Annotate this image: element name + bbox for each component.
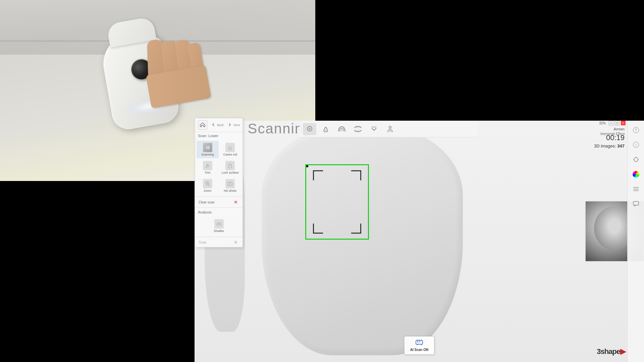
toolbar-btn-tooth1[interactable] [303, 123, 316, 135]
svg-rect-2 [419, 342, 420, 342]
divider-2 [195, 207, 243, 208]
layers-icon [633, 187, 639, 191]
images-count-text: 3D images: 347 [594, 143, 625, 148]
toolbar-btn-person[interactable] [383, 123, 397, 135]
svg-line-27 [209, 185, 210, 186]
color-wheel-icon [633, 171, 639, 178]
tools-footer: Tools ✕ [195, 238, 243, 247]
hd-photo-icon [225, 179, 235, 188]
scanning-label: Scanning [201, 153, 214, 156]
scan-view: AI Scan ON 3shape▶ [195, 121, 644, 362]
svg-rect-1 [417, 342, 418, 342]
toolbar-btn-arch[interactable] [335, 123, 348, 135]
left-panel-header: Back Next [195, 118, 243, 132]
tools-grid: Scanning Caries Aid Trim [195, 139, 243, 196]
toolbar-btn-bite[interactable] [351, 123, 365, 135]
right-panel-btn-layers[interactable] [630, 183, 642, 195]
next-button[interactable] [225, 120, 234, 130]
chat-icon [633, 201, 639, 206]
divider-1 [195, 196, 243, 197]
lock-icon [225, 161, 235, 170]
tool-scanning[interactable]: Scanning [197, 141, 219, 158]
svg-rect-25 [228, 165, 232, 168]
svg-point-31 [229, 183, 231, 185]
tool-zoom[interactable]: Zoom [197, 177, 219, 194]
tool-shades[interactable]: Shades [197, 217, 241, 235]
corner-tr [351, 170, 361, 180]
window-controls: 32% − □ × [599, 121, 626, 125]
svg-point-9 [309, 128, 311, 130]
close-tools-button[interactable]: ✕ [232, 239, 239, 246]
svg-point-33 [218, 224, 220, 225]
clear-scan-row: Clear scan ✕ [195, 197, 243, 207]
next-label: Next [233, 123, 240, 127]
logo-text: 3shape [597, 347, 620, 356]
corner-bl [313, 224, 323, 234]
ai-scan-icon [416, 339, 423, 347]
scan-title: Scan: Lower [195, 132, 243, 139]
3shape-logo: 3shape▶ [597, 347, 626, 356]
zoom-icon [203, 179, 212, 188]
divider-3 [195, 237, 243, 237]
svg-point-11 [389, 126, 391, 128]
toolbar-btn-down[interactable] [367, 123, 381, 135]
analysis-title: Analysis [195, 208, 243, 216]
shades-icon [214, 219, 224, 229]
svg-rect-32 [229, 182, 230, 182]
stats-panel: 00:19 3D images: 347 [594, 133, 625, 148]
timer: 00:19 [594, 133, 625, 142]
scan-rectangle [305, 164, 369, 240]
tool-lock-surface[interactable]: Lock surface [219, 159, 241, 176]
tool-hd-photo[interactable]: HD photo [219, 177, 241, 194]
lock-surface-label: Lock surface [222, 171, 239, 174]
caries-icon [225, 143, 235, 152]
corner-br [351, 224, 361, 234]
tool-trim[interactable]: Trim [197, 159, 219, 176]
minimize-button[interactable]: − [609, 121, 613, 125]
tools-label: Tools [199, 241, 206, 244]
help-icon: ? [633, 127, 639, 133]
images-label: 3D images: [594, 143, 616, 148]
analysis-tools: Shades [195, 216, 243, 236]
corner-tl [313, 170, 323, 180]
right-black [315, 0, 644, 121]
trim-icon [203, 161, 212, 170]
zoom-label: Zoom [204, 189, 211, 192]
right-panel: ? i [627, 121, 644, 362]
right-panel-btn-color[interactable] [630, 168, 642, 180]
scanning-icon [203, 143, 212, 152]
trim-label: Trim [205, 171, 211, 174]
info-icon: i [633, 142, 639, 148]
bottom-left-black [0, 181, 195, 362]
close-button[interactable]: × [621, 121, 626, 125]
tool-caries-aid[interactable]: Caries Aid [219, 141, 241, 158]
right-panel-btn-chat[interactable] [630, 198, 642, 210]
toolbar-btn-tooth2[interactable] [319, 123, 332, 135]
crosshair-icon [633, 157, 639, 163]
ai-scan-label: AI Scan ON [410, 348, 428, 352]
svg-rect-0 [416, 341, 423, 344]
top-toolbar [300, 121, 477, 137]
clear-scan-label: Clear scan [199, 200, 215, 204]
right-panel-btn-crosshair[interactable] [630, 154, 642, 166]
svg-rect-20 [633, 201, 639, 205]
images-count: 347 [617, 143, 625, 148]
back-button[interactable] [209, 120, 218, 130]
scan-model-main [262, 127, 463, 355]
hd-photo-label: HD photo [224, 189, 236, 192]
home-button[interactable] [198, 120, 207, 130]
svg-point-12 [634, 158, 638, 162]
shades-label: Shades [214, 229, 224, 233]
right-panel-btn-help[interactable]: ? [630, 124, 642, 136]
maximize-button[interactable]: □ [615, 121, 620, 125]
user-name: Armen [600, 127, 625, 132]
zoom-percent: 32% [599, 121, 606, 125]
right-panel-btn-info[interactable]: i [630, 139, 642, 151]
left-panel: Back Next Scan: Lower Scanning [195, 118, 243, 247]
back-label: Back [217, 123, 224, 127]
ai-scan-button[interactable]: AI Scan ON [404, 336, 434, 355]
caries-label: Caries Aid [223, 153, 237, 156]
logo-triangle: ▶ [620, 347, 626, 356]
clear-scan-button[interactable]: ✕ [232, 199, 239, 205]
